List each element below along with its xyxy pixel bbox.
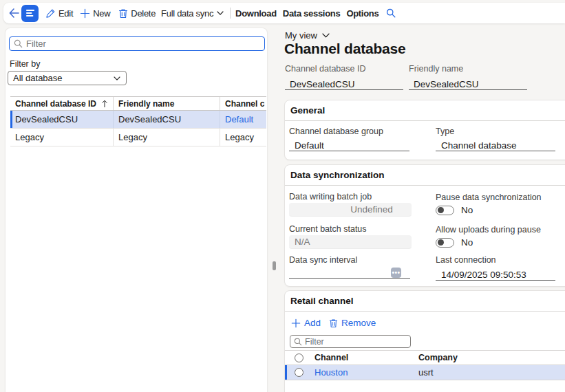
- plus-icon: [291, 318, 301, 328]
- new-button[interactable]: New: [80, 8, 110, 19]
- allow-uploads-during-pause-toggle[interactable]: [436, 238, 454, 248]
- data-sessions-button[interactable]: Data sessions: [283, 8, 341, 19]
- grid-header-row: Channel database ID Friendly name Channe…: [10, 96, 266, 111]
- data-synchronization-section-header[interactable]: Data synchronization: [285, 165, 565, 186]
- back-icon[interactable]: [8, 8, 19, 19]
- field-last-connection: Last connection 14/09/2025 09:50:53: [436, 255, 555, 281]
- add-button[interactable]: Add: [291, 318, 321, 328]
- filter-by-value: All database: [13, 73, 63, 83]
- data-sync-interval-flyout-button[interactable]: •••: [391, 268, 401, 278]
- full-data-sync-button[interactable]: Full data sync: [161, 8, 224, 19]
- edit-button[interactable]: Edit: [45, 8, 73, 19]
- sort-ascending-icon: [101, 100, 108, 108]
- column-header-channel[interactable]: Channel c ⋮: [220, 97, 266, 110]
- channel-database-group-link[interactable]: Default: [289, 138, 409, 151]
- field-allow-uploads-during-pause: Allow uploads during pause No: [436, 225, 541, 248]
- view-selector[interactable]: My view: [285, 30, 330, 41]
- row-radio[interactable]: [295, 368, 303, 377]
- grid-row-devsealedcsu[interactable]: DevSealedCSU DevSealedCSU Default: [10, 111, 266, 129]
- type-input[interactable]: Channel database: [436, 138, 555, 151]
- pencil-icon: [45, 8, 56, 19]
- command-bar-search-button[interactable]: [386, 8, 396, 18]
- options-button[interactable]: Options: [346, 8, 379, 19]
- data-writing-batch-job-input: Undefined: [289, 203, 412, 217]
- filter-placeholder: Filter: [26, 39, 46, 49]
- trash-icon: [118, 8, 128, 19]
- channel-database-id-input[interactable]: DevSealedCSU: [285, 76, 403, 90]
- retail-grid-header-row: Channel Company: [285, 350, 565, 365]
- select-all-radio[interactable]: [295, 353, 303, 362]
- chevron-down-icon: [113, 74, 121, 83]
- chevron-down-icon: [321, 31, 330, 40]
- grid-row-legacy[interactable]: Legacy Legacy Legacy: [10, 129, 266, 146]
- last-connection-input[interactable]: 14/09/2025 09:50:53: [436, 268, 555, 281]
- field-friendly-name: Friendly name DevSealedCSU: [409, 64, 527, 90]
- retail-channel-toolbar: Add Remove: [285, 312, 565, 328]
- database-grid: Channel database ID Friendly name Channe…: [10, 96, 266, 146]
- field-type: Type Channel database: [436, 127, 555, 151]
- retail-grid-row-houston[interactable]: Houston usrt: [285, 365, 565, 380]
- page-title: Channel database: [284, 41, 406, 57]
- filter-by-label: Filter by: [10, 59, 40, 69]
- field-channel-database-group: Channel database group Default: [289, 127, 409, 151]
- search-icon: [14, 39, 23, 48]
- column-header-channel[interactable]: Channel: [315, 353, 418, 362]
- search-icon: [294, 338, 302, 346]
- retail-channel-section: Retail channel Add Remove Filter Channel…: [284, 290, 565, 392]
- plus-icon: [80, 8, 90, 19]
- command-bar-divider: [230, 8, 231, 19]
- field-data-writing-batch-job: Data writing batch job Undefined: [289, 192, 412, 217]
- vertical-scrollbar-thumb[interactable]: [273, 261, 276, 270]
- channel-group-link[interactable]: Default: [220, 111, 266, 128]
- search-icon: [386, 8, 396, 18]
- list-panel-toggle-button[interactable]: [21, 5, 39, 22]
- list-filter-input[interactable]: Filter: [9, 36, 265, 51]
- general-section: General Channel database group Default T…: [284, 100, 565, 160]
- current-batch-status-input: N/A: [289, 235, 412, 249]
- data-synchronization-section: Data synchronization Data writing batch …: [284, 164, 565, 287]
- field-pause-data-synchronization: Pause data synchronization No: [436, 193, 542, 215]
- column-header-channel-database-id[interactable]: Channel database ID: [10, 97, 114, 110]
- trash-icon: [329, 318, 338, 328]
- text-lines-icon: [25, 8, 35, 18]
- houston-channel-link[interactable]: Houston: [315, 367, 418, 378]
- field-data-sync-interval: Data sync interval •••: [289, 255, 410, 279]
- friendly-name-input[interactable]: DevSealedCSU: [409, 76, 527, 90]
- field-channel-database-id: Channel database ID DevSealedCSU: [285, 64, 403, 90]
- field-current-batch-status: Current batch status N/A: [289, 224, 412, 249]
- delete-button[interactable]: Delete: [118, 8, 156, 19]
- command-bar: Edit New Delete Full data sync Download …: [3, 3, 565, 23]
- pause-data-synchronization-toggle[interactable]: [436, 206, 454, 215]
- retail-channel-filter-input[interactable]: Filter: [290, 335, 411, 348]
- column-header-friendly-name[interactable]: Friendly name: [114, 97, 220, 110]
- column-options-icon[interactable]: ⋮: [264, 99, 266, 108]
- remove-button[interactable]: Remove: [329, 318, 376, 328]
- filter-by-dropdown[interactable]: All database: [8, 71, 127, 85]
- chevron-down-icon: [216, 9, 224, 17]
- column-header-company[interactable]: Company: [418, 353, 458, 362]
- general-section-header[interactable]: General: [285, 100, 565, 121]
- retail-channel-section-header[interactable]: Retail channel: [285, 291, 565, 312]
- list-panel: Filter Filter by All database Channel da…: [5, 28, 268, 392]
- download-button[interactable]: Download: [235, 8, 277, 19]
- retail-channel-grid: Channel Company Houston usrt: [285, 350, 565, 380]
